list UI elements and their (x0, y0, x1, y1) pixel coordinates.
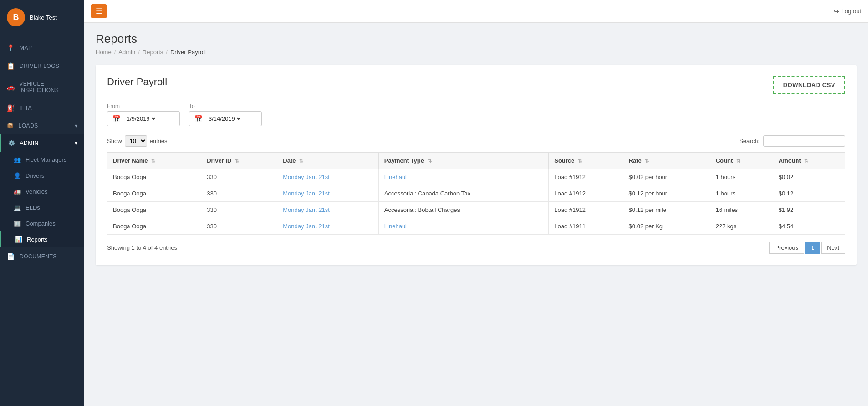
cell-rate: $0.12 per hour (623, 185, 710, 202)
col-driver-name[interactable]: Driver Name ⇅ (107, 153, 201, 169)
sort-icon-date: ⇅ (299, 158, 303, 164)
cell-date[interactable]: Monday Jan. 21st (277, 185, 379, 202)
sidebar-item-loads[interactable]: 📦 LOADS ▾ (0, 117, 84, 134)
card-title: Driver Payroll (107, 76, 167, 88)
sidebar-item-vehicle-inspections[interactable]: 🚗 VEHICLE INSPECTIONS (0, 75, 84, 99)
cell-rate: $0.12 per mile (623, 202, 710, 218)
admin-chevron-icon: ▾ (75, 140, 78, 146)
table-row: Booga Ooga 330 Monday Jan. 21st Linehaul… (107, 218, 845, 235)
breadcrumb-reports[interactable]: Reports (143, 49, 163, 56)
topbar-left: ☰ (91, 4, 107, 18)
cell-driver-id: 330 (201, 218, 277, 235)
sidebar-item-elds[interactable]: 💻 ELDs (0, 200, 84, 216)
sidebar-item-admin[interactable]: ⚙️ ADMIN ▾ (0, 134, 84, 152)
logout-button[interactable]: ↪ Log out (834, 8, 861, 15)
sidebar-item-map[interactable]: 📍 MAP (0, 39, 84, 57)
to-calendar-icon: 📅 (194, 114, 203, 123)
map-icon: 📍 (7, 44, 15, 51)
hamburger-button[interactable]: ☰ (91, 4, 107, 18)
companies-icon: 🏢 (14, 220, 21, 227)
cell-amount: $4.54 (773, 218, 845, 235)
breadcrumb: Home / Admin / Reports / Driver Payroll (96, 49, 857, 56)
drivers-icon: 👤 (14, 172, 21, 179)
admin-icon: ⚙️ (8, 140, 15, 146)
to-date-select[interactable]: 3/14/2019 (207, 115, 242, 123)
sort-icon-rate: ⇅ (645, 158, 649, 164)
cell-amount: $1.92 (773, 202, 845, 218)
cell-count: 227 kgs (710, 218, 773, 235)
search-input[interactable] (763, 135, 845, 147)
topbar: ☰ ↪ Log out (84, 0, 868, 23)
content-area: Reports Home / Admin / Reports / Driver … (84, 23, 868, 406)
from-date-group: From 📅 1/9/2019 (107, 103, 180, 126)
cell-count: 16 miles (710, 202, 773, 218)
sidebar-item-ifta-label: IFTA (20, 105, 32, 111)
breadcrumb-admin[interactable]: Admin (118, 49, 135, 56)
sort-icon-driver-id: ⇅ (235, 158, 239, 164)
main-content: ☰ ↪ Log out Reports Home / Admin / Repor… (84, 0, 868, 406)
cell-amount: $0.02 (773, 169, 845, 185)
cell-date[interactable]: Monday Jan. 21st (277, 218, 379, 235)
elds-icon: 💻 (14, 204, 21, 211)
showing-text: Showing 1 to 4 of 4 entries (107, 244, 177, 251)
card-header: Driver Payroll DOWNLOAD CSV (107, 76, 845, 94)
to-date-input-wrap: 📅 3/14/2019 (189, 111, 262, 126)
documents-icon: 📄 (7, 253, 15, 260)
ifta-icon: ⛽ (7, 104, 15, 112)
col-count[interactable]: Count ⇅ (710, 153, 773, 169)
sidebar-item-admin-label: ADMIN (20, 140, 39, 146)
sort-icon-payment-type: ⇅ (428, 158, 432, 164)
to-date-label: To (189, 103, 262, 109)
show-label: Show (107, 138, 122, 144)
cell-driver-id: 330 (201, 202, 277, 218)
cell-date[interactable]: Monday Jan. 21st (277, 169, 379, 185)
cell-payment-type: Accessorial: Canada Carbon Tax (378, 185, 548, 202)
sidebar-item-ifta[interactable]: ⛽ IFTA (0, 99, 84, 117)
entries-label: entries (150, 138, 168, 144)
sidebar-item-drivers-label: Drivers (26, 172, 44, 179)
col-source[interactable]: Source ⇅ (549, 153, 623, 169)
page-1-button[interactable]: 1 (805, 242, 820, 254)
sidebar-item-vehicle-label: VEHICLE INSPECTIONS (19, 81, 77, 93)
entries-select[interactable]: 10 25 50 (125, 135, 147, 147)
sidebar-item-reports[interactable]: 📊 Reports (0, 231, 84, 247)
cell-payment-type: Linehaul (378, 169, 548, 185)
sidebar-item-drivers[interactable]: 👤 Drivers (0, 168, 84, 184)
sidebar-item-vehicles[interactable]: 🚛 Vehicles (0, 184, 84, 200)
col-amount[interactable]: Amount ⇅ (773, 153, 845, 169)
next-button[interactable]: Next (821, 242, 845, 254)
sidebar-item-documents[interactable]: 📄 DOCUMENTS (0, 247, 84, 266)
search-label: Search: (739, 138, 760, 144)
from-date-select[interactable]: 1/9/2019 (125, 115, 157, 123)
sidebar-item-driver-logs[interactable]: 📋 DRIVER LOGS (0, 57, 84, 75)
table-header: Driver Name ⇅ Driver ID ⇅ Date ⇅ Payment… (107, 153, 845, 169)
col-payment-type[interactable]: Payment Type ⇅ (378, 153, 548, 169)
sidebar: B Blake Test 📍 MAP 📋 DRIVER LOGS 🚗 VEHIC… (0, 0, 84, 406)
download-csv-button[interactable]: DOWNLOAD CSV (773, 76, 845, 94)
sidebar-username: Blake Test (30, 14, 57, 21)
sidebar-item-fleet-managers[interactable]: 👥 Fleet Managers (0, 152, 84, 168)
vehicle-icon: 🚗 (7, 83, 15, 91)
cell-rate: $0.02 per Kg (623, 218, 710, 235)
driver-logs-icon: 📋 (7, 62, 15, 70)
sidebar-item-map-label: MAP (20, 45, 32, 51)
breadcrumb-sep-3: / (166, 49, 168, 56)
previous-button[interactable]: Previous (769, 242, 804, 254)
col-date[interactable]: Date ⇅ (277, 153, 379, 169)
sidebar-item-loads-label: LOADS (19, 123, 38, 129)
breadcrumb-home[interactable]: Home (96, 49, 112, 56)
breadcrumb-sep-1: / (114, 49, 116, 56)
pagination-bar: Showing 1 to 4 of 4 entries Previous 1 N… (107, 242, 845, 254)
cell-payment-type: Accessorial: Bobtail Charges (378, 202, 548, 218)
avatar: B (7, 8, 25, 26)
cell-date[interactable]: Monday Jan. 21st (277, 202, 379, 218)
sort-icon-amount: ⇅ (804, 158, 808, 164)
sidebar-item-companies[interactable]: 🏢 Companies (0, 216, 84, 231)
sort-icon-count: ⇅ (736, 158, 740, 164)
col-rate[interactable]: Rate ⇅ (623, 153, 710, 169)
sidebar-item-elds-label: ELDs (26, 204, 40, 211)
sidebar-item-companies-label: Companies (26, 220, 56, 227)
col-driver-id[interactable]: Driver ID ⇅ (201, 153, 277, 169)
date-filters: From 📅 1/9/2019 To 📅 3/14/2019 (107, 103, 845, 126)
fleet-managers-icon: 👥 (14, 156, 21, 163)
